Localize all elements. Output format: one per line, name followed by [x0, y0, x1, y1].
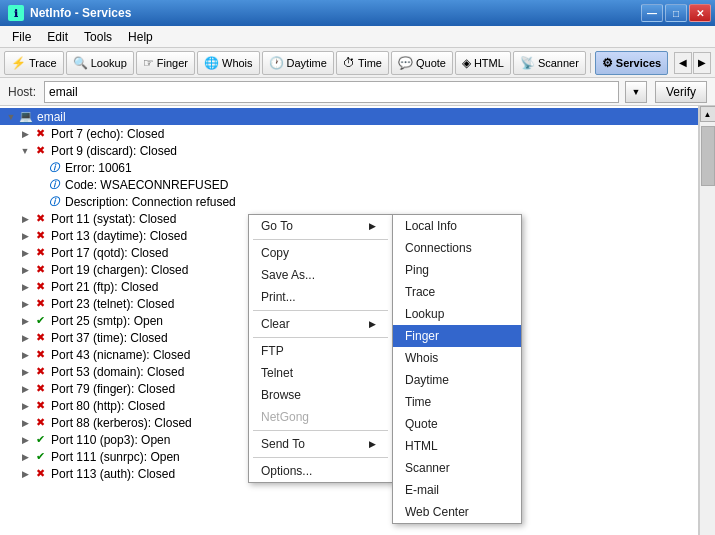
goto-whois-label: Whois [405, 351, 438, 365]
ctx-browse[interactable]: Browse [249, 384, 392, 406]
close-button[interactable]: ✕ [689, 4, 711, 22]
time-icon: ⏱ [343, 56, 355, 70]
goto-trace-label: Trace [405, 285, 435, 299]
title-controls: — □ ✕ [641, 4, 711, 22]
goto-email[interactable]: E-mail [393, 479, 521, 501]
toolbar-finger[interactable]: ☞ Finger [136, 51, 195, 75]
toolbar-daytime-label: Daytime [287, 57, 327, 69]
goto-time-label: Time [405, 395, 431, 409]
ctx-copy-label: Copy [261, 246, 289, 260]
toolbar-scanner[interactable]: 📡 Scanner [513, 51, 586, 75]
goto-trace[interactable]: Trace [393, 281, 521, 303]
toolbar-whois[interactable]: 🌐 Whois [197, 51, 260, 75]
toolbar-html[interactable]: ◈ HTML [455, 51, 511, 75]
goto-daytime-label: Daytime [405, 373, 449, 387]
goto-daytime[interactable]: Daytime [393, 369, 521, 391]
goto-connections[interactable]: Connections [393, 237, 521, 259]
quote-icon: 💬 [398, 56, 413, 70]
goto-web-center-label: Web Center [405, 505, 469, 519]
ctx-copy[interactable]: Copy [249, 242, 392, 264]
menu-tools[interactable]: Tools [76, 28, 120, 46]
ctx-send-to-label: Send To [261, 437, 305, 451]
ctx-print-label: Print... [261, 290, 296, 304]
ctx-clear[interactable]: Clear ▶ [249, 313, 392, 335]
toolbar-trace-label: Trace [29, 57, 57, 69]
toolbar-html-label: HTML [474, 57, 504, 69]
goto-web-center[interactable]: Web Center [393, 501, 521, 523]
host-dropdown[interactable]: ▼ [625, 81, 647, 103]
ctx-sep4 [253, 430, 388, 431]
title-bar: ℹ NetInfo - Services — □ ✕ [0, 0, 715, 26]
goto-html[interactable]: HTML [393, 435, 521, 457]
maximize-button[interactable]: □ [665, 4, 687, 22]
toolbar-lookup[interactable]: 🔍 Lookup [66, 51, 134, 75]
toolbar-scanner-label: Scanner [538, 57, 579, 69]
goto-scanner[interactable]: Scanner [393, 457, 521, 479]
ctx-save-as-label: Save As... [261, 268, 315, 282]
host-input[interactable] [44, 81, 619, 103]
toolbar-time[interactable]: ⏱ Time [336, 51, 389, 75]
ctx-clear-arrow: ▶ [369, 319, 376, 329]
main-content: ▼ 💻 email ▶ ✖ Port 7 (echo): Closed ▼ ✖ … [0, 106, 715, 535]
ctx-send-to[interactable]: Send To ▶ [249, 433, 392, 455]
nav-prev[interactable]: ◀ [674, 52, 692, 74]
ctx-sep5 [253, 457, 388, 458]
ctx-sep1 [253, 239, 388, 240]
host-bar: Host: ▼ Verify [0, 78, 715, 106]
goto-html-label: HTML [405, 439, 438, 453]
goto-lookup[interactable]: Lookup [393, 303, 521, 325]
toolbar-nav: ◀ ▶ [674, 52, 711, 74]
goto-finger-label: Finger [405, 329, 439, 343]
goto-email-label: E-mail [405, 483, 439, 497]
toolbar-trace[interactable]: ⚡ Trace [4, 51, 64, 75]
goto-ping[interactable]: Ping [393, 259, 521, 281]
ctx-save-as[interactable]: Save As... [249, 264, 392, 286]
menu-file[interactable]: File [4, 28, 39, 46]
services-icon: ⚙ [602, 56, 613, 70]
context-overlay: Go To ▶ Copy Save As... Print... Clear ▶… [0, 106, 715, 535]
toolbar-daytime[interactable]: 🕐 Daytime [262, 51, 334, 75]
lookup-icon: 🔍 [73, 56, 88, 70]
goto-submenu: Local Info Connections Ping Trace Lookup… [392, 214, 522, 524]
ctx-print[interactable]: Print... [249, 286, 392, 308]
menu-help[interactable]: Help [120, 28, 161, 46]
host-label: Host: [8, 85, 36, 99]
goto-finger[interactable]: Finger [393, 325, 521, 347]
goto-lookup-label: Lookup [405, 307, 444, 321]
nav-next[interactable]: ▶ [693, 52, 711, 74]
goto-connections-label: Connections [405, 241, 472, 255]
ctx-goto-arrow: ▶ [369, 221, 376, 231]
ctx-options-label: Options... [261, 464, 312, 478]
goto-local-info-label: Local Info [405, 219, 457, 233]
toolbar-time-label: Time [358, 57, 382, 69]
html-icon: ◈ [462, 56, 471, 70]
ctx-clear-label: Clear [261, 317, 290, 331]
whois-icon: 🌐 [204, 56, 219, 70]
goto-time[interactable]: Time [393, 391, 521, 413]
ctx-telnet[interactable]: Telnet [249, 362, 392, 384]
goto-scanner-label: Scanner [405, 461, 450, 475]
goto-ping-label: Ping [405, 263, 429, 277]
menu-edit[interactable]: Edit [39, 28, 76, 46]
ctx-sep3 [253, 337, 388, 338]
toolbar-services[interactable]: ⚙ Services [595, 51, 668, 75]
ctx-options[interactable]: Options... [249, 460, 392, 482]
toolbar: ⚡ Trace 🔍 Lookup ☞ Finger 🌐 Whois 🕐 Dayt… [0, 48, 715, 78]
goto-quote[interactable]: Quote [393, 413, 521, 435]
toolbar-finger-label: Finger [157, 57, 188, 69]
ctx-goto[interactable]: Go To ▶ [249, 215, 392, 237]
toolbar-lookup-label: Lookup [91, 57, 127, 69]
toolbar-quote[interactable]: 💬 Quote [391, 51, 453, 75]
verify-button[interactable]: Verify [655, 81, 707, 103]
ctx-ftp-label: FTP [261, 344, 284, 358]
ctx-ftp[interactable]: FTP [249, 340, 392, 362]
ctx-netgong: NetGong [249, 406, 392, 428]
toolbar-whois-label: Whois [222, 57, 253, 69]
goto-local-info[interactable]: Local Info [393, 215, 521, 237]
ctx-browse-label: Browse [261, 388, 301, 402]
minimize-button[interactable]: — [641, 4, 663, 22]
ctx-sep2 [253, 310, 388, 311]
ctx-netgong-label: NetGong [261, 410, 309, 424]
context-menu: Go To ▶ Copy Save As... Print... Clear ▶… [248, 214, 393, 483]
goto-whois[interactable]: Whois [393, 347, 521, 369]
